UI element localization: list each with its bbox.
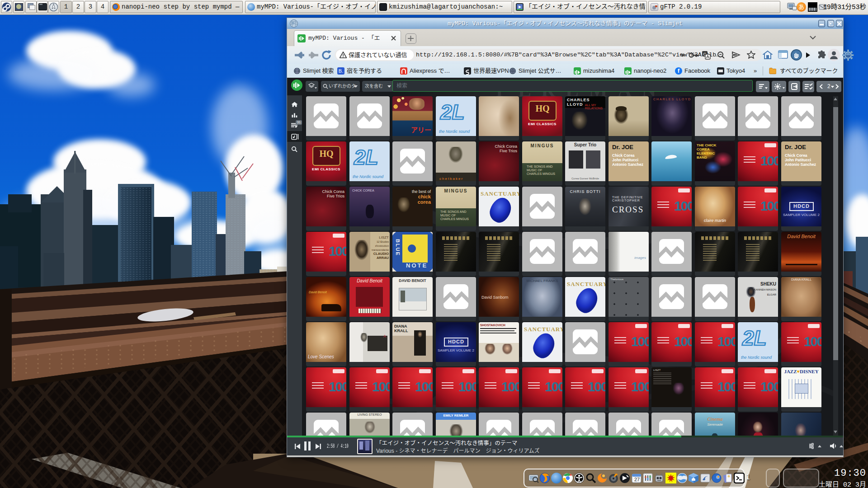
svg-text:27: 27 [634, 477, 640, 482]
